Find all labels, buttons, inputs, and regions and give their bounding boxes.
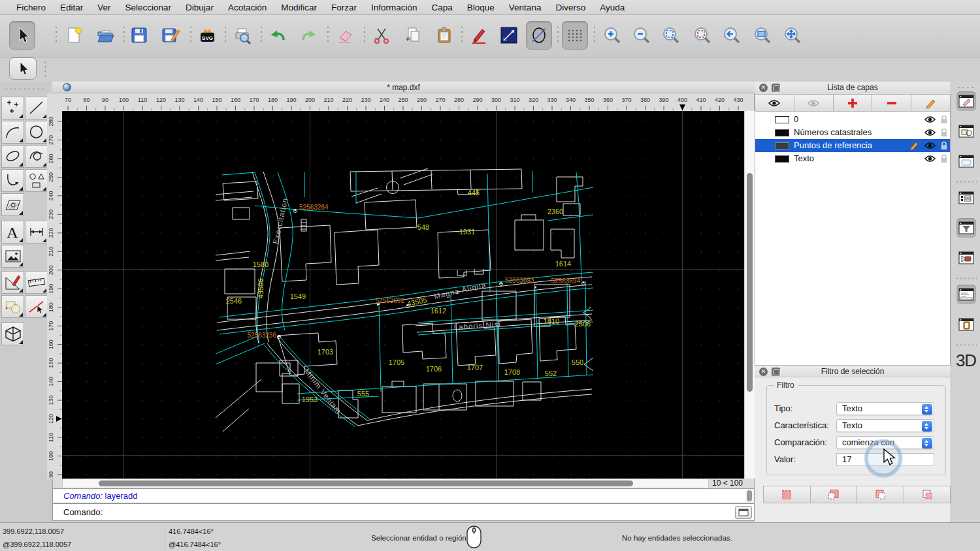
edit-layer-button[interactable] [911, 94, 951, 112]
snap-tool-button[interactable] [25, 295, 48, 318]
layer-row-3[interactable]: Texto [755, 152, 950, 165]
layer-visible-eye-icon[interactable] [924, 128, 936, 137]
zoom-selection-button[interactable] [689, 21, 715, 50]
menu-item-información[interactable]: Información [364, 0, 425, 15]
menu-item-acotación[interactable]: Acotación [221, 0, 274, 15]
3d-mode-button[interactable]: 3D [951, 351, 980, 371]
line-tool-button[interactable] [25, 97, 48, 119]
layer-lock-icon[interactable] [940, 154, 948, 163]
vertical-scrollbar[interactable] [744, 111, 755, 479]
save-as-button[interactable] [157, 21, 184, 50]
zoom-window-button[interactable] [749, 21, 776, 50]
undo-button[interactable] [265, 21, 291, 50]
svg-export-button[interactable]: SVG [194, 21, 220, 50]
filter-panel-float-icon[interactable] [772, 368, 780, 376]
layer-panel-close-icon[interactable]: ✕ [759, 84, 768, 92]
drafting-tool-button[interactable] [1, 271, 24, 294]
command-input-row[interactable]: Comando: [52, 503, 755, 521]
menu-item-capa[interactable]: Capa [425, 0, 460, 15]
new-file-button[interactable] [61, 21, 87, 50]
grid-toggle-button[interactable] [562, 21, 588, 50]
line-attributes-button[interactable] [496, 21, 522, 50]
property-editor-panel-icon[interactable] [956, 91, 976, 111]
box3d-tool-button[interactable] [1, 323, 24, 345]
show-all-layers-button[interactable] [755, 94, 794, 112]
layer-visible-eye-icon[interactable] [924, 115, 936, 124]
zoom-auto-button[interactable] [658, 21, 684, 50]
command-line-panel-icon[interactable] [956, 285, 976, 304]
vscroll-thumb[interactable] [747, 173, 753, 392]
menu-item-bloque[interactable]: Bloque [460, 0, 502, 15]
layer-lock-icon[interactable] [940, 141, 948, 150]
edit-entity-button[interactable] [466, 21, 492, 50]
drawing-canvas[interactable]: 4452360548193116141580254615494350643505… [62, 111, 744, 479]
measure-tool-button[interactable] [25, 271, 48, 294]
layer-visible-eye-icon[interactable] [924, 154, 936, 163]
draft-mode-button[interactable] [526, 21, 552, 50]
grid-icon [565, 25, 585, 45]
block-list-panel-icon[interactable] [956, 121, 976, 141]
hscroll-thumb[interactable] [99, 480, 633, 486]
tipo-select[interactable]: Texto [836, 402, 934, 415]
pointer-tool-button[interactable] [9, 21, 35, 50]
menu-item-diverso[interactable]: Diverso [548, 0, 593, 15]
arc-tool-button[interactable] [1, 121, 24, 144]
menu-item-fichero[interactable]: Fichero [9, 0, 53, 15]
points-tool-button[interactable] [1, 97, 24, 119]
selection-filter-panel-icon[interactable] [956, 218, 976, 238]
caracteristica-select[interactable]: Texto [836, 419, 934, 432]
layer-lock-icon[interactable] [940, 128, 948, 137]
svg-text:220: 220 [48, 228, 54, 238]
print-preview-button[interactable] [229, 21, 255, 50]
zoom-in-button[interactable] [599, 21, 625, 50]
menu-item-seleccionar[interactable]: Seleccionar [118, 0, 179, 15]
layer-row-0[interactable]: 0 [755, 113, 950, 126]
layer-list-panel-icon[interactable] [956, 188, 976, 208]
hide-all-layers-button[interactable] [794, 94, 834, 112]
ellipse-tool-button[interactable] [1, 145, 24, 168]
shapes-tool-button[interactable] [25, 169, 48, 192]
zoom-previous-button[interactable] [719, 21, 745, 50]
image-tool-button[interactable] [1, 245, 24, 268]
layer-row-1[interactable]: Números catastrales [755, 126, 950, 139]
layer-visible-eye-icon[interactable] [924, 141, 936, 150]
select-all-button[interactable] [763, 486, 811, 503]
layer-lock-icon[interactable] [940, 115, 948, 124]
eraser-button[interactable] [333, 21, 359, 50]
polyline-tool-button[interactable] [1, 169, 24, 192]
menu-item-editar[interactable]: Editar [53, 0, 90, 15]
clipboard-panel-icon[interactable] [956, 315, 976, 334]
filter-panel-close-icon[interactable]: ✕ [759, 368, 768, 376]
menu-item-ayuda[interactable]: Ayuda [593, 0, 632, 15]
selection-pointer-button[interactable] [9, 57, 37, 80]
menu-item-dibujar[interactable]: Dibujar [178, 0, 221, 15]
zoom-out-button[interactable] [629, 21, 655, 50]
zoom-pan-button[interactable] [779, 21, 806, 50]
hatch-tool-button[interactable] [1, 193, 24, 216]
copy-button[interactable] [400, 21, 426, 50]
menu-item-modificar[interactable]: Modificar [274, 0, 324, 15]
command-options-button[interactable] [735, 506, 752, 519]
redo-button[interactable] [295, 21, 321, 50]
menu-item-forzar[interactable]: Forzar [324, 0, 364, 15]
save-button[interactable] [126, 21, 152, 50]
add-layer-button[interactable] [834, 94, 873, 112]
cut-button[interactable] [368, 21, 395, 50]
text-tool-button[interactable]: A [1, 221, 24, 244]
history-scrollbar[interactable] [745, 490, 754, 502]
spline-tool-button[interactable] [25, 145, 48, 168]
layer-row-2-selected[interactable]: Puntos de referencia [755, 139, 950, 152]
library-browser-panel-icon[interactable] [956, 151, 976, 171]
circle-tool-button[interactable] [25, 121, 48, 144]
modify-tool-button[interactable] [1, 295, 24, 318]
paste-button[interactable] [431, 21, 457, 50]
horizontal-scrollbar[interactable] [62, 479, 709, 488]
menu-item-ventana[interactable]: Ventana [502, 0, 549, 15]
viewport-panel-icon[interactable] [956, 248, 976, 268]
open-file-button[interactable] [92, 21, 118, 50]
deselect-all-button[interactable] [811, 486, 858, 503]
layer-panel-float-icon[interactable] [772, 84, 780, 92]
remove-layer-button[interactable] [872, 94, 911, 112]
menu-item-ver[interactable]: Ver [90, 0, 118, 15]
dimension-tool-button[interactable] [25, 221, 48, 244]
